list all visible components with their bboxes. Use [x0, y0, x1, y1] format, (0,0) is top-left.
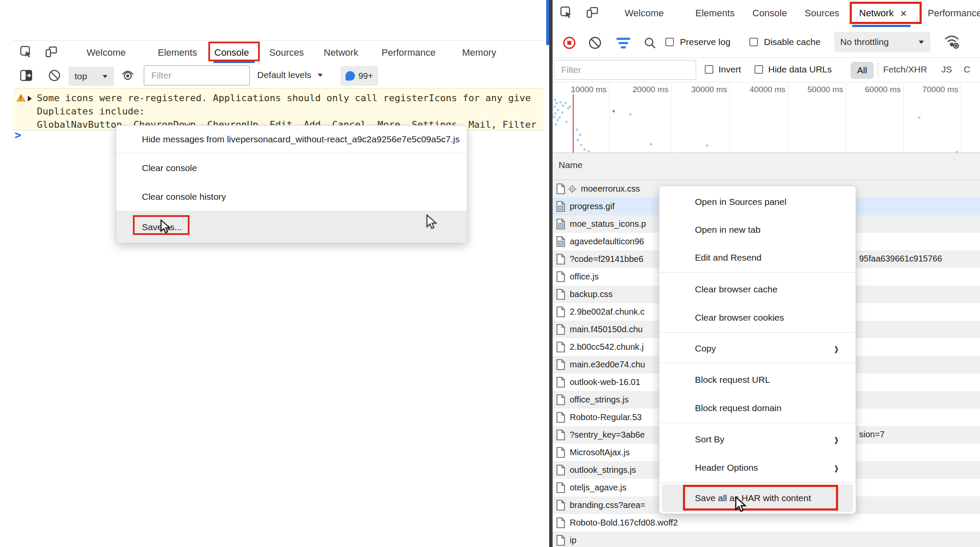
console-prompt-chevron[interactable]: > — [15, 129, 21, 141]
log-levels-dropdown[interactable]: Default levels — [257, 70, 323, 80]
request-timing-dot — [576, 129, 578, 131]
network-overview-timeline[interactable]: 10000 ms20000 ms30000 ms40000 ms50000 ms… — [553, 82, 980, 153]
request-name: ?code=f29141bbe6 — [570, 254, 643, 264]
request-timing-dot — [556, 119, 559, 121]
issues-count: 99+ — [358, 71, 373, 81]
device-toolbar-icon[interactable] — [45, 45, 57, 60]
request-timing-dot — [579, 134, 581, 136]
preserve-log-checkbox[interactable] — [665, 38, 674, 46]
menu-item-clear-browser-cookies[interactable]: Clear browser cookies — [659, 304, 856, 332]
context-selector[interactable]: top — [69, 67, 114, 86]
left-tab-welcome[interactable]: Welcome — [87, 47, 126, 58]
menu-item-clear-console[interactable]: Clear console — [116, 153, 467, 183]
mouse-cursor-ghost — [425, 214, 439, 231]
request-name: oteljs_agave.js — [570, 483, 626, 493]
request-url-fragment: sion=7 — [859, 430, 885, 439]
timeline-tick-label: 40000 ms — [734, 85, 785, 94]
right-tab-welcome[interactable]: Welcome — [625, 8, 664, 19]
table-row[interactable]: Roboto-Bold.167cfd08.woff2 — [553, 514, 980, 532]
request-timing-dot — [613, 110, 615, 112]
throttling-dropdown[interactable]: No throttling — [834, 32, 930, 52]
timeline-tick-label: 30000 ms — [676, 85, 727, 94]
search-icon[interactable] — [643, 36, 657, 51]
right-tab-sources[interactable]: Sources — [805, 8, 839, 19]
log-levels-label: Default levels — [257, 70, 311, 80]
network-filter-placeholder: Filter — [561, 65, 581, 75]
filter-funnel-icon[interactable] — [616, 38, 630, 48]
clear-network-log-icon[interactable] — [588, 36, 602, 51]
right-panel-dark-edge — [549, 0, 553, 547]
request-name: progress.gif — [570, 201, 615, 211]
filter-pill-js[interactable]: JS — [941, 64, 952, 75]
request-name: ip — [570, 535, 577, 545]
filter-pill-css-clipped[interactable]: C — [964, 64, 970, 75]
issues-badge[interactable]: 99+ — [341, 66, 378, 85]
menu-item-block-request-url[interactable]: Block request URL — [659, 366, 856, 394]
request-name: 2.9be002af.chunk.c — [570, 307, 645, 317]
menu-item-clear-console-history[interactable]: Clear console history — [116, 183, 467, 211]
request-timing-dot — [557, 109, 559, 111]
menu-item-copy[interactable]: Copy › — [659, 335, 856, 362]
disable-cache-checkbox[interactable] — [749, 38, 758, 46]
network-context-menu: Open in Sources panel Open in new tab Ed… — [659, 186, 856, 514]
console-filter-input[interactable]: Filter — [144, 65, 250, 86]
menu-item-block-request-domain[interactable]: Block request domain — [659, 394, 856, 422]
inspect-icon[interactable] — [20, 45, 33, 60]
submenu-chevron-icon: › — [834, 340, 839, 358]
menu-item-open-in-sources[interactable]: Open in Sources panel — [659, 188, 856, 216]
network-conditions-icon[interactable] — [943, 33, 960, 51]
request-timing-dot — [629, 113, 631, 115]
request-timing-dot — [565, 102, 567, 104]
preserve-log-label: Preserve log — [680, 37, 730, 47]
request-name: 2.b00cc542.chunk.j — [570, 342, 643, 352]
mouse-cursor — [159, 219, 172, 236]
request-timing-dot — [918, 117, 920, 119]
right-tab-performance[interactable]: Performance — [928, 8, 980, 19]
console-tab-active-underline — [213, 61, 255, 63]
clear-console-icon[interactable] — [48, 69, 61, 84]
left-tab-memory[interactable]: Memory — [462, 47, 496, 58]
warning-line-2: Duplicates include: — [37, 105, 145, 118]
request-name: office.js — [570, 272, 598, 282]
request-name: main.f450150d.chu — [570, 325, 643, 334]
menu-item-header-options[interactable]: Header Options › — [659, 454, 856, 482]
invert-checkbox[interactable] — [705, 65, 713, 74]
network-filter-input[interactable]: Filter — [554, 60, 696, 80]
menu-separator — [659, 363, 856, 363]
left-tab-elements[interactable]: Elements — [158, 47, 197, 58]
device-toolbar-icon[interactable] — [586, 6, 598, 21]
timeline-gridline — [671, 84, 671, 153]
menu-item-open-in-new-tab[interactable]: Open in new tab — [659, 216, 856, 243]
right-tab-console[interactable]: Console — [752, 8, 787, 19]
console-sidebar-icon[interactable] — [20, 69, 33, 83]
name-column-header[interactable]: Name — [559, 160, 583, 170]
screenshot-canvas: Welcome Elements Console Sources Network… — [0, 0, 980, 547]
table-row[interactable]: ip — [553, 532, 980, 547]
network-tab-annotation-box — [850, 2, 922, 24]
request-timing-dot — [559, 101, 562, 103]
request-timing-dot — [555, 123, 557, 126]
timeline-tick-label: 20000 ms — [617, 85, 668, 94]
chevron-down-icon — [102, 75, 107, 78]
filter-pill-fetch-xhr[interactable]: Fetch/XHR — [883, 64, 927, 75]
filter-pill-all[interactable]: All — [851, 62, 874, 79]
menu-item-clear-browser-cache[interactable]: Clear browser cache — [659, 275, 856, 304]
left-tab-sources[interactable]: Sources — [269, 47, 304, 58]
warning-line-1: Some icons were re-registered. Applicati… — [37, 92, 531, 105]
left-tab-performance[interactable]: Performance — [382, 47, 436, 58]
request-timing-dot — [588, 150, 590, 152]
left-tab-network[interactable]: Network — [324, 47, 358, 58]
inspect-icon[interactable] — [560, 6, 573, 21]
menu-item-edit-and-resend[interactable]: Edit and Resend — [659, 243, 856, 271]
record-network-log-icon[interactable] — [562, 36, 576, 51]
disable-cache-label: Disable cache — [764, 37, 821, 47]
right-tab-elements[interactable]: Elements — [695, 8, 735, 19]
menu-item-sort-by[interactable]: Sort By › — [659, 425, 856, 454]
context-selector-value: top — [75, 71, 87, 81]
expand-arrow-icon[interactable] — [28, 96, 32, 102]
live-expression-eye-icon[interactable] — [121, 69, 135, 83]
dom-content-loaded-marker — [573, 94, 574, 153]
menu-item-hide-messages[interactable]: Hide messages from livepersonacard_witho… — [116, 126, 467, 153]
hide-data-urls-checkbox[interactable] — [755, 65, 763, 74]
filter-pill-divider — [878, 63, 878, 78]
